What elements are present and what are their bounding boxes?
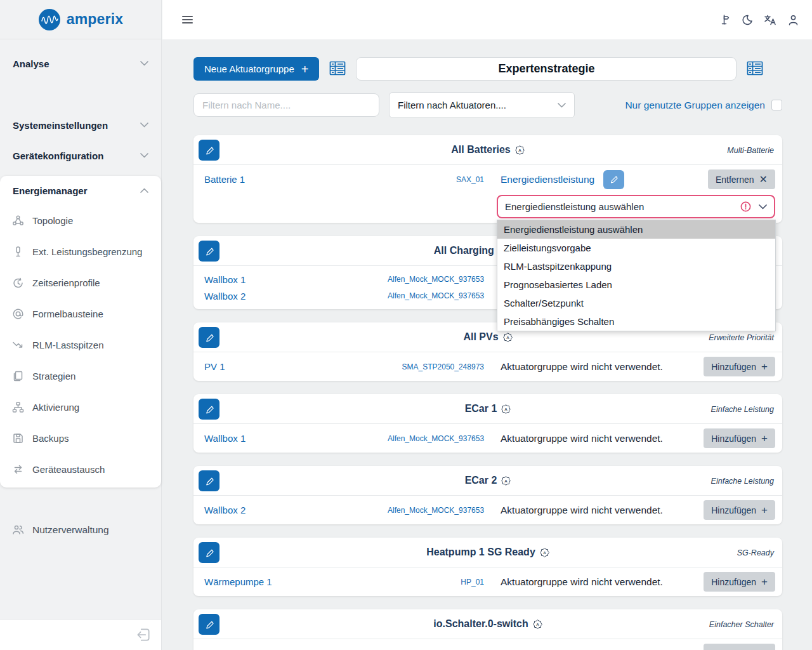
filter-actuators-label: Filtern nach Aktuatoren.... bbox=[398, 100, 506, 110]
add-button[interactable]: Hinzufügen + bbox=[704, 500, 775, 520]
card-header: ECar 1 A Einfache Leistung bbox=[193, 394, 782, 424]
dropdown-option[interactable]: Preisabhängiges Schalten bbox=[497, 312, 775, 331]
show-used-groups-label: Nur genutzte Gruppen anzeigen bbox=[625, 100, 765, 111]
sidebar-section-geraetekonfiguration[interactable]: Gerätekonfiguration bbox=[0, 140, 161, 171]
sidebar-item-ext-leistungsbegrenzung[interactable]: Ext. Leistungsbegrenzung bbox=[0, 236, 161, 267]
new-actuator-group-button[interactable]: Neue Aktuatorgruppe + bbox=[193, 57, 319, 81]
chevron-down-icon bbox=[140, 123, 148, 128]
group-table-view-button[interactable] bbox=[329, 61, 346, 77]
group-title: ECar 1 A bbox=[193, 394, 782, 423]
amperix-logo-icon bbox=[38, 8, 61, 31]
users-icon bbox=[12, 524, 24, 536]
group-title: All Batteries A bbox=[193, 135, 782, 164]
strategies-icon bbox=[12, 370, 24, 382]
add-button[interactable]: Hinzufügen + bbox=[704, 357, 775, 376]
sidebar-item-geraeteaustausch[interactable]: Geräteaustausch bbox=[0, 454, 161, 485]
actuator-name-link[interactable]: Wallbox 2 bbox=[200, 291, 388, 302]
sidebar-item-label: Ext. Leistungsbegrenzung bbox=[32, 246, 142, 257]
filter-name-input[interactable] bbox=[193, 93, 379, 117]
new-actuator-group-label: Neue Aktuatorgruppe bbox=[204, 63, 294, 74]
strategy-table-view-button[interactable] bbox=[747, 61, 763, 77]
sidebar-item-label: RLM-Lastspitzen bbox=[32, 340, 104, 350]
group-title-text: Heatpump 1 SG Ready bbox=[426, 547, 535, 558]
translate-icon[interactable] bbox=[764, 14, 776, 26]
auto-badge-icon: A bbox=[515, 145, 525, 155]
device-id-link[interactable]: Alfen_Mock_MOCK_937653 bbox=[388, 434, 484, 443]
sidebar: amperix Analyse Systemeinstellungen Gerä… bbox=[0, 0, 162, 650]
actuator-name-link[interactable]: Wallbox 2 bbox=[200, 505, 388, 515]
plus-icon: + bbox=[761, 432, 768, 445]
sidebar-item-nutzerverwaltung[interactable]: Nutzerverwaltung bbox=[0, 514, 161, 545]
sidebar-item-topologie[interactable]: Topologie bbox=[0, 205, 161, 236]
plus-icon: + bbox=[761, 361, 768, 373]
dropdown-option[interactable]: Zielleistungsvorgabe bbox=[497, 239, 775, 257]
sidebar-energiemanager-panel: Energiemanager Topologie Ext. Leistungsb… bbox=[0, 176, 161, 488]
device-id-link[interactable]: Alfen_Mock_MOCK_937653 bbox=[388, 275, 484, 284]
sidebar-item-label: Zeitserienprofile bbox=[32, 277, 100, 288]
actuator-name-link[interactable]: Batterie 1 bbox=[200, 174, 388, 185]
show-used-groups-checkbox[interactable] bbox=[771, 100, 782, 110]
energy-service-select[interactable]: Energiedienstleistung auswählen bbox=[497, 195, 775, 218]
dropdown-option[interactable]: Schalter/Setzpunkt bbox=[497, 294, 775, 312]
actuator-group-list: All Batteries A Multi-Batterie Batterie … bbox=[193, 135, 782, 650]
group-status-text: Aktuatorgruppe wird nicht verwendet. bbox=[501, 576, 663, 588]
device-id-link[interactable]: Alfen_Mock_MOCK_937653 bbox=[388, 506, 484, 515]
actuator-name-link[interactable]: PV 1 bbox=[200, 361, 388, 372]
auto-badge-icon: A bbox=[540, 548, 549, 557]
show-used-groups-toggle: Nur genutzte Gruppen anzeigen bbox=[625, 100, 782, 111]
group-title-text: All Batteries bbox=[451, 144, 510, 156]
chevron-down-icon bbox=[140, 61, 148, 66]
svg-text:A: A bbox=[505, 479, 508, 483]
sidebar-item-aktivierung[interactable]: Aktivierung bbox=[0, 392, 161, 423]
sidebar-section-systemeinstellungen[interactable]: Systemeinstellungen bbox=[0, 110, 161, 140]
sidebar-item-backups[interactable]: Backups bbox=[0, 423, 161, 454]
group-card-io-schalter-0-switch: io.Schalter.0-switch A Einfacher Schalte… bbox=[193, 609, 782, 650]
sidebar-item-formelbausteine[interactable]: Formelbausteine bbox=[0, 298, 161, 329]
sidebar-item-strategien[interactable]: Strategien bbox=[0, 361, 161, 392]
brand-logo: amperix bbox=[0, 0, 161, 39]
table-icon bbox=[747, 61, 763, 76]
device-id-link[interactable]: HP_01 bbox=[388, 578, 484, 587]
auto-badge-icon: A bbox=[501, 476, 511, 486]
brand-name: amperix bbox=[67, 11, 124, 28]
card-header: ECar 2 A Einfache Leistung bbox=[193, 466, 782, 496]
add-button[interactable]: Hinzufügen + bbox=[704, 644, 775, 650]
section-label: Energiemanager bbox=[13, 185, 88, 196]
dropdown-option[interactable]: Prognosebasiertes Laden bbox=[497, 275, 775, 294]
remove-button[interactable]: Entfernen ✕ bbox=[708, 169, 775, 189]
actuator-name-link[interactable]: Wärmepumpe 1 bbox=[200, 576, 388, 587]
sidebar-footer bbox=[0, 619, 161, 650]
collapse-sidebar-icon[interactable] bbox=[135, 627, 152, 643]
filter-actuators-select[interactable]: Filtern nach Aktuatoren.... bbox=[389, 92, 575, 118]
edit-service-button[interactable] bbox=[603, 170, 624, 189]
sidebar-item-zeitserienprofile[interactable]: Zeitserienprofile bbox=[0, 267, 161, 298]
energy-service-link[interactable]: Energiedienstleistung bbox=[501, 174, 594, 185]
add-button[interactable]: Hinzufügen + bbox=[704, 428, 775, 448]
auto-badge-icon: A bbox=[533, 620, 542, 629]
actuator-name-link[interactable]: Wallbox 1 bbox=[200, 433, 388, 444]
card-header: io.Schalter.0-switch A Einfacher Schalte… bbox=[193, 609, 782, 639]
actuator-name-link[interactable]: Wallbox 1 bbox=[200, 274, 388, 285]
add-button[interactable]: Hinzufügen + bbox=[704, 572, 775, 592]
plus-icon: + bbox=[761, 504, 768, 517]
error-icon bbox=[740, 201, 751, 212]
group-type-label: SG-Ready bbox=[737, 538, 774, 567]
dropdown-option[interactable]: Energiedienstleistung auswählen bbox=[497, 220, 775, 239]
device-id-link[interactable]: Alfen_Mock_MOCK_937653 bbox=[388, 291, 484, 300]
sidebar-item-rlm-lastspitzen[interactable]: RLM-Lastspitzen bbox=[0, 329, 161, 361]
user-icon[interactable] bbox=[787, 14, 799, 26]
sidebar-section-analyse[interactable]: Analyse bbox=[0, 48, 161, 79]
energy-service-select-value: Energiedienstleistung auswählen bbox=[505, 201, 644, 212]
signpost-icon[interactable] bbox=[718, 14, 730, 26]
sidebar-section-energiemanager[interactable]: Energiemanager bbox=[0, 176, 161, 205]
device-id-link[interactable]: SAX_01 bbox=[388, 175, 484, 184]
group-card-heatpump-1-sg-ready: Heatpump 1 SG Ready A SG-Ready Wärmepump… bbox=[193, 538, 782, 596]
main-content: Neue Aktuatorgruppe + Filtern nach Aktua… bbox=[162, 39, 812, 650]
device-id-link[interactable]: SMA_STP2050_248973 bbox=[388, 362, 484, 371]
hamburger-menu-icon[interactable] bbox=[182, 14, 193, 25]
group-title-text: ECar 1 bbox=[465, 403, 497, 415]
strategy-name-input[interactable] bbox=[356, 57, 737, 81]
dropdown-option[interactable]: RLM-Lastspitzenkappung bbox=[497, 257, 775, 275]
moon-icon[interactable] bbox=[741, 14, 753, 26]
svg-text:A: A bbox=[506, 335, 509, 340]
